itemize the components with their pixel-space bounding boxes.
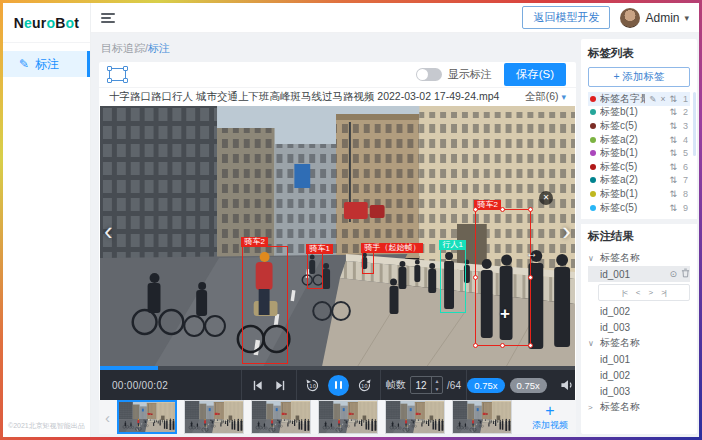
bbox-rider2[interactable]: 骑车2 — [242, 246, 288, 364]
player-controls: 00:00/00:02 10 10 帧数 — [100, 370, 575, 400]
video-thumbnail-3[interactable] — [251, 400, 311, 434]
sort-icon[interactable]: ⇅ — [669, 162, 677, 172]
bbox-rider2-selected[interactable]: 骑车2 — [475, 209, 531, 346]
sort-icon[interactable]: ⇅ — [669, 107, 677, 117]
tag-row[interactable]: 标签c(5)⇅3 — [588, 119, 690, 133]
result-group-header[interactable]: >标签名称 — [588, 399, 690, 415]
avatar — [620, 8, 640, 28]
rewind-10-icon[interactable]: 10 — [305, 378, 320, 393]
sort-icon[interactable]: ⇅ — [669, 189, 677, 199]
show-annotation-toggle[interactable] — [416, 68, 442, 81]
annotation-card: 显示标注 保存(S) 十字路口路口行人 城市交通上下班高峰斑马线过马路视频 20… — [99, 62, 576, 434]
tag-color-dot — [590, 123, 596, 129]
sidebar-item-annotate[interactable]: ✎ 标注 — [3, 51, 90, 77]
resize-handle[interactable] — [528, 275, 533, 280]
frame-total-label: /64 — [447, 380, 461, 391]
breadcrumb-parent[interactable]: 目标追踪 — [101, 42, 145, 54]
sort-icon[interactable]: ⇅ — [669, 175, 677, 185]
chevron-down-icon: ▾ — [684, 13, 689, 23]
video-thumbnail-4[interactable] — [318, 400, 378, 434]
tag-row[interactable]: 标签b(1)⇅5 — [588, 146, 690, 160]
video-player[interactable]: 骑车2 骑车1 骑手（起始帧） 行人1 骑车2 ✕ + ↔ ‹ — [100, 106, 575, 366]
add-tag-button[interactable]: + 添加标签 — [588, 67, 690, 87]
collapse-menu-icon[interactable] — [101, 11, 115, 25]
locate-frame-icon[interactable]: ⊙ — [669, 269, 677, 279]
tag-row[interactable]: 标签b(1)⇅2 — [588, 106, 690, 120]
video-thumbnail-2[interactable] — [184, 400, 244, 434]
prev-video-chevron[interactable]: ‹ — [104, 218, 113, 244]
speed-pill-active[interactable]: 0.75x — [467, 378, 504, 393]
next-frame-icon[interactable] — [274, 379, 287, 392]
bbox-rider-startframe[interactable]: 骑手（起始帧） — [362, 252, 374, 274]
resize-handle[interactable] — [528, 343, 533, 348]
delete-box-icon[interactable]: ✕ — [539, 191, 553, 205]
speed-pill-inactive[interactable]: 0.75x — [510, 378, 547, 393]
resize-handle[interactable] — [473, 343, 478, 348]
copyright-text: ©2021北京矩视智能出品 — [8, 421, 85, 431]
tag-row[interactable]: 标签a(2)⇅7 — [588, 174, 690, 188]
result-group-header[interactable]: ∨标签名称 — [588, 335, 690, 351]
last-frame-icon[interactable]: >| — [661, 288, 666, 297]
result-item[interactable]: id_001 — [588, 351, 690, 367]
tag-row[interactable]: 标签b(1)⇅8 — [588, 187, 690, 201]
result-item[interactable]: id_002 — [588, 367, 690, 383]
back-to-model-dev-button[interactable]: 返回模型开发 — [522, 6, 610, 29]
tag-row[interactable]: 标签名字最长数... ✎ × ⇅ 1 — [588, 92, 690, 106]
breadcrumb-current: 标注 — [148, 42, 170, 54]
result-group-header[interactable]: ∨标签名称 — [588, 250, 690, 266]
resize-handle[interactable] — [500, 207, 505, 212]
user-menu[interactable]: Admin ▾ — [620, 8, 689, 28]
result-item[interactable]: id_003 — [588, 319, 690, 335]
filter-dropdown[interactable]: 全部(6) ▾ — [525, 90, 566, 104]
tag-color-dot — [590, 96, 596, 102]
bbox-rider1[interactable]: 骑车1 — [307, 253, 323, 289]
sort-icon[interactable]: ⇅ — [669, 121, 677, 131]
prev-frame-icon[interactable]: < — [636, 288, 640, 297]
result-item[interactable]: id_003 — [588, 383, 690, 399]
annotation-toolbar: 显示标注 保存(S) — [99, 62, 576, 88]
sort-icon[interactable]: ⇅ — [669, 148, 677, 158]
result-item[interactable]: id_002 — [588, 303, 690, 319]
video-thumbnail-1[interactable] — [117, 400, 177, 434]
sort-icon[interactable]: ⇅ — [669, 94, 677, 104]
delete-tag-icon[interactable]: × — [660, 94, 665, 104]
video-thumbnail-5[interactable] — [385, 400, 445, 434]
bbox-pedestrian1[interactable]: 行人1 — [440, 249, 466, 313]
sort-icon[interactable]: ⇅ — [669, 135, 677, 145]
bbox-label: 行人1 — [439, 240, 465, 250]
user-name: Admin — [645, 11, 679, 25]
tag-color-dot — [590, 150, 596, 156]
frame-number-value: 12 — [411, 377, 431, 393]
save-button[interactable]: 保存(S) — [504, 63, 566, 86]
video-thumbnail-6[interactable] — [452, 400, 512, 434]
scrollbar-thumb[interactable] — [693, 92, 696, 156]
bbox-label: 骑车1 — [306, 244, 332, 254]
spinner-up-icon[interactable]: ▲ — [432, 377, 442, 385]
resize-handle[interactable] — [473, 207, 478, 212]
result-panel-title: 标注结果 — [588, 229, 690, 244]
next-frame-icon[interactable]: > — [649, 288, 653, 297]
tag-row[interactable]: 标签c(5)⇅6 — [588, 160, 690, 174]
logo-part: t — [74, 15, 79, 31]
prev-frame-icon[interactable] — [251, 379, 264, 392]
tag-row[interactable]: 标签a(2)⇅4 — [588, 133, 690, 147]
next-video-chevron[interactable]: › — [562, 218, 571, 244]
resize-handle[interactable] — [500, 343, 505, 348]
result-item-selected[interactable]: id_001⊙ — [588, 266, 690, 282]
sort-icon[interactable]: ⇅ — [669, 203, 677, 213]
edit-tag-icon[interactable]: ✎ — [649, 94, 656, 104]
tag-row[interactable]: 标签c(5)⇅9 — [588, 201, 690, 215]
resize-handle[interactable] — [473, 275, 478, 280]
pause-button[interactable] — [328, 375, 349, 396]
trash-icon[interactable] — [681, 268, 690, 280]
first-frame-icon[interactable]: |< — [622, 288, 627, 297]
forward-10-icon[interactable]: 10 — [357, 378, 372, 393]
strip-prev-chevron[interactable]: ‹ — [105, 409, 110, 426]
spinner-down-icon[interactable]: ▼ — [432, 385, 442, 393]
volume-icon[interactable] — [560, 379, 575, 391]
chevron-down-icon: ▾ — [561, 92, 566, 102]
resize-handle[interactable] — [528, 207, 533, 212]
add-video-button[interactable]: + 添加视频 — [519, 398, 581, 436]
rect-box-tool-icon[interactable] — [109, 68, 126, 81]
frame-number-input[interactable]: 12 ▲▼ — [410, 376, 443, 394]
